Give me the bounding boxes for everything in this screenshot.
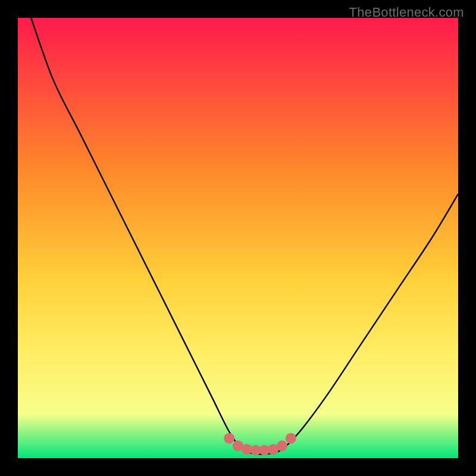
- bottleneck-curve: [18, 18, 458, 458]
- optimal-marker: [277, 440, 287, 451]
- optimal-marker: [286, 433, 296, 444]
- optimal-marker: [224, 433, 234, 444]
- watermark-text: TheBottleneck.com: [349, 5, 464, 20]
- chart-area: [18, 18, 458, 458]
